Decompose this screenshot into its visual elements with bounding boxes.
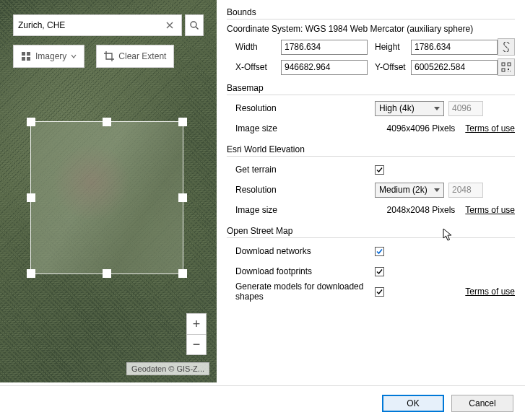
search-button[interactable]	[185, 14, 204, 36]
zoom-out-button[interactable]: −	[187, 334, 206, 354]
download-footprints-label: Download footprints	[227, 266, 375, 276]
svg-rect-2	[27, 52, 30, 56]
extent-imagery	[31, 122, 183, 274]
svg-rect-10	[508, 71, 508, 71]
properties-pane: Bounds Coordinate System: WGS 1984 Web M…	[217, 0, 525, 382]
clear-extent-label: Clear Extent	[118, 51, 166, 61]
imagery-dropdown[interactable]: Imagery	[13, 45, 84, 68]
svg-rect-5	[502, 63, 505, 66]
resize-handle-e[interactable]	[178, 193, 187, 202]
svg-rect-3	[22, 57, 25, 61]
svg-point-0	[191, 22, 196, 27]
basemap-section: Basemap Resolution High (4k) 4096 Image …	[227, 83, 515, 137]
svg-rect-4	[27, 57, 30, 61]
height-input[interactable]	[411, 40, 498, 55]
coord-system: Coordinate System: WGS 1984 Web Mercator…	[227, 24, 515, 34]
basemap-title: Basemap	[227, 83, 515, 93]
width-label: Width	[227, 42, 281, 52]
basemap-res-label: Resolution	[227, 103, 375, 113]
height-label: Height	[368, 42, 411, 52]
resize-handle-n[interactable]	[103, 118, 111, 126]
get-terrain-checkbox[interactable]	[375, 165, 384, 175]
elevation-terms-link[interactable]: Terms of use	[465, 205, 515, 215]
elev-res-label: Resolution	[227, 185, 375, 195]
map-attribution: Geodaten © GIS-Z...	[126, 362, 209, 375]
download-footprints-checkbox[interactable]	[375, 267, 384, 276]
qr-button[interactable]	[498, 58, 515, 76]
dialog-footer: OK Cancel	[0, 385, 525, 420]
generate-models-checkbox[interactable]	[375, 287, 384, 297]
svg-rect-1	[22, 52, 25, 56]
elev-imgsize-value: 2048x2048 Pixels	[335, 205, 459, 215]
map-pane[interactable]: Imagery Clear Extent + − Geodaten © GIS-…	[0, 0, 217, 382]
osm-terms-link[interactable]: Terms of use	[465, 286, 515, 297]
crop-icon	[104, 51, 114, 61]
basemap-imgsize-value: 4096x4096 Pixels	[335, 123, 459, 134]
elevation-section: Esri World Elevation Get terrain Resolut…	[227, 144, 515, 219]
resize-handle-w[interactable]	[27, 193, 35, 202]
svg-rect-8	[508, 69, 509, 70]
layers-icon	[21, 51, 31, 61]
search-icon	[189, 20, 199, 30]
bounds-title: Bounds	[227, 7, 515, 17]
width-input[interactable]	[281, 40, 368, 55]
chevron-down-icon	[71, 53, 77, 59]
bounds-section: Bounds Coordinate System: WGS 1984 Web M…	[227, 7, 515, 76]
elevation-resolution-select[interactable]: Medium (2k)	[375, 183, 444, 198]
basemap-imgsize-label: Image size	[227, 123, 335, 134]
link-icon	[501, 42, 511, 52]
resize-handle-sw[interactable]	[27, 269, 35, 278]
generate-models-label: Generate models for downloaded shapes	[227, 281, 375, 302]
imagery-label: Imagery	[35, 51, 66, 61]
svg-rect-9	[510, 71, 511, 71]
cancel-button[interactable]: Cancel	[451, 395, 513, 412]
link-dimensions-button[interactable]	[498, 38, 515, 56]
osm-title: Open Street Map	[227, 226, 515, 236]
qr-icon	[501, 62, 511, 72]
basemap-terms-link[interactable]: Terms of use	[465, 123, 515, 134]
download-networks-label: Download networks	[227, 246, 375, 256]
resize-handle-nw[interactable]	[27, 118, 35, 126]
xoffset-input[interactable]	[281, 60, 368, 75]
resize-handle-se[interactable]	[178, 269, 187, 278]
ok-button[interactable]: OK	[382, 395, 444, 412]
svg-rect-6	[508, 63, 511, 66]
resize-handle-ne[interactable]	[178, 118, 187, 126]
clear-search-icon[interactable]	[162, 18, 177, 32]
elev-imgsize-label: Image size	[227, 205, 335, 215]
basemap-resolution-px: 4096	[448, 101, 483, 116]
download-networks-checkbox[interactable]	[375, 247, 384, 256]
svg-rect-7	[502, 69, 505, 71]
elevation-resolution-px: 2048	[448, 183, 483, 198]
clear-extent-button[interactable]: Clear Extent	[96, 45, 174, 68]
resize-handle-s[interactable]	[103, 269, 111, 278]
get-terrain-label: Get terrain	[227, 165, 375, 175]
zoom-in-button[interactable]: +	[187, 314, 206, 334]
zoom-control: + −	[186, 313, 207, 355]
search-input[interactable]	[18, 20, 162, 30]
map-toolbar: Imagery Clear Extent	[13, 45, 174, 68]
basemap-resolution-select[interactable]: High (4k)	[375, 101, 444, 116]
extent-selection[interactable]	[30, 121, 183, 274]
xoffset-label: X-Offset	[227, 62, 281, 72]
yoffset-label: Y-Offset	[368, 62, 411, 72]
yoffset-input[interactable]	[411, 60, 498, 75]
search-bar	[13, 14, 182, 36]
osm-section: Open Street Map Download networks Downlo…	[227, 226, 515, 300]
elevation-title: Esri World Elevation	[227, 144, 515, 154]
